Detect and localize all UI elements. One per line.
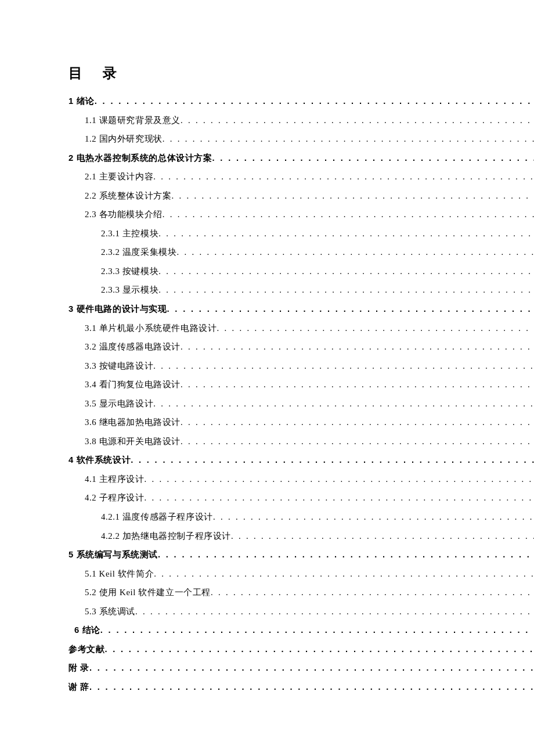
toc-dot-leader <box>231 527 534 546</box>
toc-entry-label: 2.3 各功能模块介绍 <box>85 205 163 224</box>
toc-entry: 2.3.3 按键模块4 <box>101 262 534 281</box>
toc-entry: 谢 辞23 <box>68 678 534 697</box>
toc-dot-leader <box>181 337 534 357</box>
toc-dot-leader <box>135 602 534 621</box>
toc-entry: 5.1 Keil 软件简介10 <box>85 564 534 584</box>
toc-entry-label: 4.2.2 加热继电器控制子程序设计 <box>101 527 231 546</box>
toc-entry-label: 3.5 显示电路设计 <box>85 394 153 413</box>
toc-title: 目 录 <box>68 64 534 82</box>
toc-dot-leader <box>154 564 534 584</box>
toc-entry: 2.3 各功能模块介绍3 <box>85 205 534 224</box>
toc-entry-label: 3.8 电源和开关电路设计 <box>85 432 181 451</box>
toc-entry: 5.2 使用 Keil 软件建立一个工程11 <box>85 583 534 602</box>
toc-entry: 2 电热水器控制系统的总体设计方案2 <box>68 149 534 168</box>
toc-entry-label: 3.1 单片机最小系统硬件电路设计 <box>85 319 217 338</box>
toc-entry: 6 结论15 <box>74 621 534 640</box>
toc-entry-label: 1 绪论 <box>68 92 95 111</box>
toc-entry-label: 4.1 主程序设计 <box>85 470 145 489</box>
toc-entry: 3 硬件电路的设计与实现4 <box>68 300 534 319</box>
toc-dot-leader <box>171 186 534 206</box>
toc-dot-leader <box>153 167 534 186</box>
toc-entry-label: 1.1 课题研究背景及意义 <box>85 111 181 130</box>
toc-entry-label: 3.3 按键电路设计 <box>85 357 153 376</box>
toc-dot-leader <box>163 129 534 149</box>
toc-dot-leader <box>100 621 534 640</box>
toc-entry: 3.5 显示电路设计6 <box>85 394 534 413</box>
toc-entry: 附 录17 <box>68 658 534 678</box>
toc-dot-leader <box>181 413 534 432</box>
toc-dot-leader <box>89 658 534 678</box>
toc-entry-label: 2.3.1 主控模块 <box>101 224 158 243</box>
toc-list: 1 绪论11.1 课题研究背景及意义11.2 国内外研究现状12 电热水器控制系… <box>68 92 534 697</box>
toc-entry: 2.3.2 温度采集模块4 <box>101 243 534 262</box>
toc-entry-label: 参考文献 <box>68 640 104 659</box>
toc-entry: 1.1 课题研究背景及意义1 <box>85 111 534 130</box>
toc-entry: 4.1 主程序设计8 <box>85 470 534 489</box>
toc-dot-leader <box>212 149 534 168</box>
toc-entry: 1.2 国内外研究现状1 <box>85 129 534 149</box>
toc-dot-leader <box>177 243 535 262</box>
toc-entry-label: 2.3.3 显示模块 <box>101 280 158 300</box>
toc-dot-leader <box>153 394 534 413</box>
toc-dot-leader <box>158 545 534 564</box>
toc-entry-label: 1.2 国内外研究现状 <box>85 129 163 149</box>
toc-entry: 5.3 系统调试12 <box>85 602 534 621</box>
toc-entry: 2.3.1 主控模块3 <box>101 224 534 243</box>
toc-entry-label: 3.2 温度传感器电路设计 <box>85 337 181 357</box>
toc-dot-leader <box>89 678 534 697</box>
toc-dot-leader <box>217 319 534 338</box>
toc-dot-leader <box>153 357 534 376</box>
toc-entry: 3.4 看门狗复位电路设计6 <box>85 375 534 394</box>
toc-entry-label: 2.3.2 温度采集模块 <box>101 243 177 262</box>
toc-entry: 1 绪论1 <box>68 92 534 111</box>
toc-entry: 2.1 主要设计内容2 <box>85 167 534 186</box>
toc-dot-leader <box>158 262 534 281</box>
toc-entry: 4.2.1 温度传感器子程序设计8 <box>101 507 534 527</box>
toc-entry-label: 2.1 主要设计内容 <box>85 167 153 186</box>
toc-entry-label: 5.1 Keil 软件简介 <box>85 564 154 584</box>
toc-entry-label: 5 系统编写与系统测试 <box>68 545 158 564</box>
toc-dot-leader <box>131 451 534 470</box>
toc-dot-leader <box>181 375 534 394</box>
toc-dot-leader <box>181 432 534 451</box>
toc-dot-leader <box>104 640 534 659</box>
toc-entry-label: 3 硬件电路的设计与实现 <box>68 300 167 319</box>
toc-dot-leader <box>95 92 534 111</box>
toc-entry: 3.2 温度传感器电路设计5 <box>85 337 534 357</box>
toc-entry: 3.8 电源和开关电路设计8 <box>85 432 534 451</box>
toc-entry-label: 4.2.1 温度传感器子程序设计 <box>101 507 213 527</box>
toc-dot-leader <box>181 111 534 130</box>
toc-entry: 4 软件系统设计8 <box>68 451 534 470</box>
toc-entry: 参考文献16 <box>68 640 534 659</box>
toc-entry: 3.6 继电器加热电路设计7 <box>85 413 534 432</box>
toc-entry-label: 2 电热水器控制系统的总体设计方案 <box>68 149 212 168</box>
toc-dot-leader <box>211 583 534 602</box>
toc-dot-leader <box>158 280 534 300</box>
toc-entry: 2.2 系统整体设计方案2 <box>85 186 534 206</box>
toc-entry-label: 2.3.3 按键模块 <box>101 262 158 281</box>
toc-entry: 3.3 按键电路设计5 <box>85 357 534 376</box>
toc-dot-leader <box>145 488 534 507</box>
toc-entry-label: 3.4 看门狗复位电路设计 <box>85 375 181 394</box>
toc-entry: 5 系统编写与系统测试10 <box>68 545 534 564</box>
toc-entry-label: 6 结论 <box>74 621 100 640</box>
toc-dot-leader <box>167 300 534 319</box>
toc-dot-leader <box>145 470 534 489</box>
toc-entry-label: 2.2 系统整体设计方案 <box>85 186 171 206</box>
toc-entry-label: 谢 辞 <box>68 678 89 697</box>
toc-entry-label: 5.3 系统调试 <box>85 602 135 621</box>
toc-entry-label: 3.6 继电器加热电路设计 <box>85 413 181 432</box>
toc-entry: 2.3.3 显示模块4 <box>101 280 534 300</box>
toc-entry-label: 4.2 子程序设计 <box>85 488 145 507</box>
toc-entry-label: 附 录 <box>68 658 89 678</box>
toc-entry: 4.2.2 加热继电器控制子程序设计9 <box>101 527 534 546</box>
toc-entry-label: 4 软件系统设计 <box>68 451 131 470</box>
toc-dot-leader <box>213 507 534 527</box>
toc-dot-leader <box>163 205 534 224</box>
toc-dot-leader <box>158 224 534 243</box>
toc-entry: 4.2 子程序设计8 <box>85 488 534 507</box>
toc-entry-label: 5.2 使用 Keil 软件建立一个工程 <box>85 583 211 602</box>
toc-entry: 3.1 单片机最小系统硬件电路设计4 <box>85 319 534 338</box>
